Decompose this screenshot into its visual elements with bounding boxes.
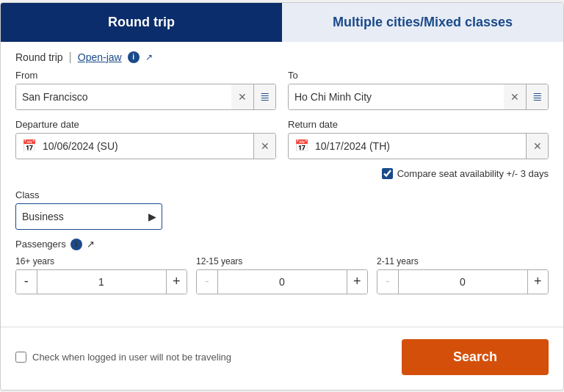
- teens-label: 12-15 years: [196, 256, 368, 266]
- from-input-wrapper: ✕ ≣: [15, 84, 276, 110]
- clear-icon: ✕: [510, 91, 519, 103]
- departure-label: Departure date: [15, 119, 276, 130]
- children-stepper: - +: [377, 269, 549, 294]
- dates-row: Departure date 📅 ✕ Return date 📅 ✕: [15, 119, 549, 159]
- to-col: To ✕ ≣: [288, 70, 549, 110]
- adults-stepper: - +: [15, 269, 187, 294]
- departure-col: Departure date 📅 ✕: [15, 119, 276, 159]
- departure-clear-button[interactable]: ✕: [253, 134, 275, 159]
- passenger-group-children: 2-11 years - +: [377, 256, 549, 294]
- adults-label: 16+ years: [15, 256, 187, 266]
- return-clear-button[interactable]: ✕: [526, 134, 548, 159]
- calendar-icon: 📅: [16, 139, 43, 153]
- tab-multiple-cities[interactable]: Multiple cities/Mixed classes: [282, 3, 563, 42]
- passengers-external-icon: ↗: [87, 239, 95, 250]
- search-list-icon: ≣: [260, 90, 270, 104]
- from-col: From ✕ ≣: [15, 70, 276, 110]
- children-decrement-button[interactable]: -: [377, 270, 398, 294]
- passenger-group-teens: 12-15 years - +: [196, 256, 368, 294]
- passenger-group-adults: 16+ years - +: [15, 256, 187, 294]
- children-input[interactable]: [398, 270, 528, 294]
- from-input[interactable]: [16, 84, 231, 109]
- to-input-wrapper: ✕ ≣: [288, 84, 549, 110]
- logged-in-label-text: Check when logged in user will not be tr…: [32, 352, 231, 363]
- compare-checkbox-row: Compare seat availability +/- 3 days: [15, 168, 549, 179]
- teens-increment-button[interactable]: +: [347, 270, 368, 294]
- return-date-input[interactable]: [315, 134, 526, 159]
- to-label: To: [288, 70, 549, 81]
- class-label: Class: [15, 189, 549, 200]
- open-jaw-link[interactable]: Open-jaw: [78, 51, 122, 63]
- return-label: Return date: [288, 119, 549, 130]
- tab-bar: Round trip Multiple cities/Mixed classes: [1, 3, 563, 42]
- to-input[interactable]: [289, 84, 504, 109]
- subheader-active-label: Round trip: [15, 51, 63, 63]
- teens-stepper: - +: [196, 269, 368, 294]
- teens-decrement-button[interactable]: -: [197, 270, 217, 294]
- from-label: From: [15, 70, 276, 81]
- divider: [1, 327, 563, 327]
- departure-date-input[interactable]: [43, 134, 253, 159]
- search-button[interactable]: Search: [402, 339, 549, 375]
- class-section: Class Economy Premium Economy Business F…: [15, 189, 549, 230]
- passengers-label: Passengers: [15, 239, 66, 250]
- external-link-icon: ↗: [145, 52, 153, 62]
- subheader-separator: |: [69, 51, 72, 64]
- passengers-header: Passengers i ↗: [15, 239, 549, 250]
- adults-input[interactable]: [37, 270, 167, 294]
- return-col: Return date 📅 ✕: [288, 119, 549, 159]
- from-to-row: From ✕ ≣ To ✕: [15, 70, 549, 110]
- class-select[interactable]: Economy Premium Economy Business First: [15, 203, 162, 230]
- from-search-button[interactable]: ≣: [253, 84, 275, 109]
- logged-in-check-label: Check when logged in user will not be tr…: [15, 352, 231, 363]
- class-select-wrapper: Economy Premium Economy Business First ▶: [15, 203, 162, 230]
- compare-checkbox-label: Compare seat availability +/- 3 days: [397, 168, 549, 179]
- return-date-wrapper: 📅 ✕: [288, 133, 549, 159]
- from-clear-button[interactable]: ✕: [231, 84, 253, 109]
- compare-checkbox[interactable]: [382, 168, 393, 179]
- bottom-bar: Check when logged in user will not be tr…: [1, 339, 563, 390]
- passengers-info-icon: i: [70, 239, 82, 250]
- clear-icon: ✕: [533, 140, 542, 152]
- children-increment-button[interactable]: +: [528, 270, 549, 294]
- adults-increment-button[interactable]: +: [167, 270, 187, 294]
- departure-date-wrapper: 📅 ✕: [15, 133, 276, 159]
- to-clear-button[interactable]: ✕: [504, 84, 526, 109]
- clear-icon: ✕: [238, 91, 247, 103]
- sub-header: Round trip | Open-jaw i ↗: [1, 42, 563, 70]
- passengers-section: Passengers i ↗ 16+ years - + 12-15 years: [15, 239, 549, 294]
- passengers-grid: 16+ years - + 12-15 years - +: [15, 256, 549, 294]
- adults-decrement-button[interactable]: -: [16, 270, 37, 294]
- tab-round-trip[interactable]: Round trip: [1, 3, 282, 42]
- to-search-button[interactable]: ≣: [526, 84, 548, 109]
- calendar-icon: 📅: [289, 139, 315, 153]
- logged-in-checkbox[interactable]: [15, 352, 26, 363]
- teens-input[interactable]: [217, 270, 347, 294]
- children-label: 2-11 years: [377, 256, 549, 266]
- info-icon: i: [128, 51, 140, 63]
- clear-icon: ✕: [261, 140, 270, 152]
- search-list-icon: ≣: [532, 90, 542, 104]
